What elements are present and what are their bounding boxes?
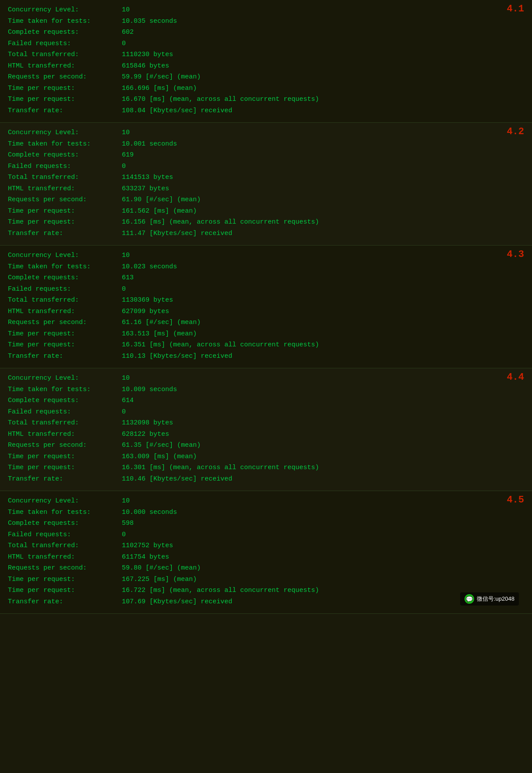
row-value: 10.035 seconds [122,16,177,27]
row-value: 598 [122,518,134,529]
table-row: Concurrency Level:10 [8,495,524,507]
row-key: Failed requests: [8,406,122,418]
row-value: 628122 bytes [122,429,169,440]
row-key: Time per request: [8,585,122,596]
table-row: Time per request:16.351 [ms] (mean, acro… [8,339,524,351]
row-key: Time taken for tests: [8,384,122,395]
row-key: Transfer rate: [8,474,122,485]
row-key: Time per request: [8,339,122,351]
row-value: 627099 bytes [122,306,169,317]
row-value: 166.696 [ms] (mean) [122,83,197,94]
row-key: HTML transferred: [8,429,122,440]
table-row: Requests per second:59.99 [#/sec] (mean) [8,71,524,83]
row-key: Failed requests: [8,161,122,172]
table-row: HTML transferred:615846 bytes [8,61,524,72]
table-row: Total transferred:1130369 bytes [8,295,524,306]
row-value: 619 [122,150,134,161]
row-value: 611754 bytes [122,552,169,563]
table-row: Time taken for tests:10.001 seconds [8,139,524,150]
table-row: HTML transferred:627099 bytes [8,306,524,317]
row-value: 10.001 seconds [122,139,177,150]
table-row: Time per request:16.670 [ms] (mean, acro… [8,94,524,105]
table-row: Total transferred:1110230 bytes [8,49,524,61]
table-row: Complete requests:598 [8,518,524,529]
row-key: Transfer rate: [8,105,122,117]
table-row: Time per request:163.009 [ms] (mean) [8,451,524,463]
row-value: 10 [122,4,130,16]
row-value: 633237 bytes [122,183,169,195]
terminal-output: 4.1Concurrency Level:10Time taken for te… [0,0,532,614]
row-key: Time per request: [8,574,122,585]
row-key: HTML transferred: [8,306,122,317]
table-row: Requests per second:61.16 [#/sec] (mean) [8,317,524,328]
table-row: Time taken for tests:10.000 seconds [8,507,524,518]
table-row: Failed requests:0 [8,284,524,295]
table-row: Total transferred:1132098 bytes [8,417,524,429]
row-value: 0 [122,529,126,541]
table-row: Time per request:166.696 [ms] (mean) [8,83,524,94]
row-value: 602 [122,27,134,38]
row-value: 0 [122,284,126,295]
row-key: Complete requests: [8,150,122,161]
row-key: Total transferred: [8,540,122,552]
row-key: Time per request: [8,462,122,474]
table-row: Concurrency Level:10 [8,4,524,16]
row-key: Concurrency Level: [8,250,122,261]
table-row: Requests per second:61.90 [#/sec] (mean) [8,194,524,206]
table-row: Requests per second:59.80 [#/sec] (mean) [8,563,524,574]
row-value: 107.69 [Kbytes/sec] received [122,596,232,608]
row-key: Concurrency Level: [8,495,122,507]
row-key: Time per request: [8,451,122,463]
row-value: 163.009 [ms] (mean) [122,451,197,463]
row-value: 1132098 bytes [122,417,173,429]
table-row: Complete requests:613 [8,272,524,284]
row-key: Requests per second: [8,317,122,328]
row-key: Time per request: [8,83,122,94]
table-row: HTML transferred:633237 bytes [8,183,524,195]
table-row: Failed requests:0 [8,38,524,50]
row-value: 614 [122,395,134,406]
table-row: Time per request:161.562 [ms] (mean) [8,206,524,217]
table-row: Complete requests:614 [8,395,524,406]
row-value: 0 [122,38,126,50]
row-value: 61.35 [#/sec] (mean) [122,440,201,451]
table-row: HTML transferred:628122 bytes [8,429,524,440]
watermark-text: 微信号:up2048 [477,595,514,603]
block-4.3: 4.3Concurrency Level:10Time taken for te… [0,246,532,368]
row-value: 10 [122,495,130,507]
row-key: Failed requests: [8,529,122,541]
row-key: Transfer rate: [8,596,122,608]
row-key: Transfer rate: [8,351,122,362]
row-key: Requests per second: [8,71,122,83]
table-row: Complete requests:602 [8,27,524,38]
row-value: 613 [122,272,134,284]
row-key: Total transferred: [8,295,122,306]
row-key: Time per request: [8,94,122,105]
row-value: 110.13 [Kbytes/sec] received [122,351,232,362]
table-row: Transfer rate:110.13 [Kbytes/sec] receiv… [8,351,524,362]
row-key: Time taken for tests: [8,507,122,518]
row-key: Total transferred: [8,49,122,61]
block-label-4.5: 4.5 [507,495,524,506]
row-key: HTML transferred: [8,552,122,563]
row-value: 0 [122,406,126,418]
row-value: 10.000 seconds [122,507,177,518]
table-row: Transfer rate:108.04 [Kbytes/sec] receiv… [8,105,524,117]
row-value: 61.16 [#/sec] (mean) [122,317,201,328]
row-value: 61.90 [#/sec] (mean) [122,194,201,206]
row-value: 16.670 [ms] (mean, across all concurrent… [122,94,319,105]
block-label-4.2: 4.2 [507,126,524,137]
row-value: 167.225 [ms] (mean) [122,574,197,585]
row-value: 0 [122,161,126,172]
row-key: Time per request: [8,206,122,217]
block-label-4.3: 4.3 [507,249,524,260]
table-row: Total transferred:1141513 bytes [8,172,524,183]
row-value: 10 [122,373,130,384]
row-value: 615846 bytes [122,61,169,72]
table-row: Requests per second:61.35 [#/sec] (mean) [8,440,524,451]
row-value: 1102752 bytes [122,540,173,552]
row-key: HTML transferred: [8,61,122,72]
row-value: 10 [122,127,130,139]
table-row: Total transferred:1102752 bytes [8,540,524,552]
row-key: Time taken for tests: [8,261,122,273]
